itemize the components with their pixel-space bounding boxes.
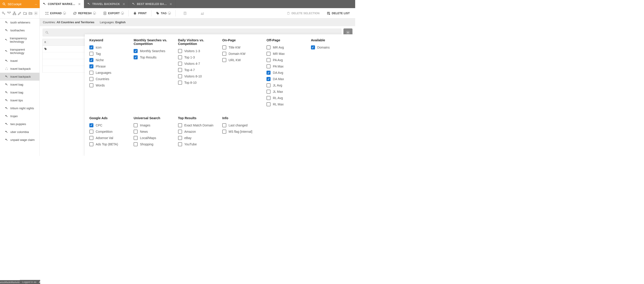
tab[interactable]: TRAVEL BACKPACK ✕ — [84, 0, 129, 8]
tag-button[interactable]: TAG ⌄ — [152, 8, 174, 19]
checkbox[interactable] — [222, 52, 226, 56]
checkbox-row[interactable]: DA Avg — [266, 70, 306, 76]
checkbox-row[interactable]: Niche — [89, 57, 129, 63]
export-button[interactable]: EXPORT ⌄ — [100, 8, 128, 19]
import-keyword-icon[interactable] — [7, 11, 11, 15]
checkbox[interactable] — [178, 136, 182, 140]
checkbox[interactable] — [89, 130, 94, 134]
checkbox-row[interactable]: eBay — [178, 135, 218, 141]
checkbox-row[interactable]: DA Max — [266, 76, 306, 82]
checkbox-row[interactable]: Shopping — [134, 141, 173, 147]
checkbox[interactable] — [134, 136, 138, 140]
brand-header[interactable]: SECockpit ︿ — [0, 0, 40, 8]
checkbox-row[interactable]: Visitors 4-7 — [178, 61, 218, 67]
folder-open-icon[interactable] — [28, 11, 32, 15]
checkbox-row[interactable]: RL Avg — [266, 95, 306, 101]
checkbox-row[interactable]: MR Max — [266, 51, 306, 57]
checkbox-row[interactable]: RL Max — [266, 101, 306, 107]
sidebar-item[interactable]: travel bag — [0, 89, 40, 96]
checkbox[interactable] — [89, 77, 94, 81]
checkbox-row[interactable]: Visitors 1-3 — [178, 48, 218, 54]
checkbox-row[interactable]: Languages — [89, 70, 129, 76]
checkbox[interactable] — [89, 136, 94, 140]
checkbox[interactable] — [266, 71, 270, 75]
sidebar-item[interactable]: travel — [0, 57, 40, 65]
checkbox-row[interactable]: Amazon — [178, 128, 218, 135]
checkbox[interactable] — [266, 52, 270, 56]
checkbox[interactable] — [89, 83, 94, 87]
checkbox[interactable] — [178, 68, 182, 72]
close-icon[interactable]: ✕ — [170, 2, 172, 6]
checkbox[interactable] — [178, 49, 182, 53]
sidebar-item[interactable]: transparency technology — [0, 34, 40, 46]
checkbox[interactable] — [178, 130, 182, 134]
checkbox[interactable] — [134, 55, 138, 59]
checkbox[interactable] — [266, 77, 270, 81]
checkbox-row[interactable]: icon — [89, 44, 129, 51]
checkbox-row[interactable]: Domain KW — [222, 51, 262, 57]
sidebar-item[interactable]: trojan — [0, 112, 40, 120]
checkbox-row[interactable]: Adsense Val — [89, 135, 129, 141]
sidebar-item[interactable]: unpaid wage claim — [0, 136, 40, 144]
checkbox-row[interactable]: Top Results — [134, 54, 173, 61]
expand-button[interactable]: EXPAND ⌄ — [42, 8, 70, 19]
sidebar-item[interactable]: toothaches — [0, 27, 40, 34]
table-header-cell[interactable]: K — [43, 41, 48, 44]
checkbox[interactable] — [178, 81, 182, 85]
checkbox-row[interactable]: Title KW — [222, 44, 262, 51]
close-icon[interactable]: ✕ — [78, 2, 81, 6]
checkbox-row[interactable]: URL KW — [222, 57, 262, 63]
sidebar-item[interactable]: tritium night sights — [0, 104, 40, 112]
tab[interactable]: BEST WHEELED BA… ✕ — [129, 0, 176, 8]
checkbox-row[interactable]: Local/Maps — [134, 135, 173, 141]
checkbox[interactable] — [134, 130, 138, 134]
checkbox-row[interactable]: Visitors 8-10 — [178, 73, 218, 80]
checkbox-row[interactable]: Top 1-3 — [178, 54, 218, 61]
checkbox[interactable] — [178, 55, 182, 59]
checkbox-row[interactable]: Monthly Searches — [134, 48, 173, 54]
checkbox-row[interactable]: YouTube — [178, 141, 218, 147]
add-keyword-icon[interactable] — [2, 11, 6, 15]
sidebar-item[interactable]: travel bag — [0, 81, 40, 89]
calculator-button[interactable] — [176, 8, 194, 19]
checkbox[interactable] — [266, 58, 270, 62]
checkbox[interactable] — [134, 49, 138, 53]
delete-selection-button[interactable]: DELETE SELECTION — [283, 8, 323, 19]
checkbox-row[interactable]: Words — [89, 82, 129, 89]
checkbox[interactable] — [178, 123, 182, 127]
checkbox-row[interactable]: Ads Top (BETA) — [89, 141, 129, 147]
checkbox[interactable] — [89, 123, 94, 127]
checkbox[interactable] — [89, 64, 94, 68]
sitemap-icon[interactable] — [12, 11, 16, 15]
checkbox[interactable] — [89, 71, 94, 75]
sidebar-item[interactable]: travel tips — [0, 96, 40, 104]
checkbox[interactable] — [222, 130, 226, 134]
delete-list-button[interactable]: DELETE LIST — [323, 8, 353, 19]
checkbox[interactable] — [222, 45, 226, 50]
checkbox[interactable] — [266, 83, 270, 87]
checkbox-row[interactable]: JL Avg — [266, 82, 306, 89]
checkbox[interactable] — [89, 142, 94, 146]
sidebar-item[interactable]: transparent technology — [0, 46, 40, 57]
sidebar-item[interactable]: uber colombia — [0, 128, 40, 136]
chart-button[interactable] — [194, 8, 211, 19]
checkbox-row[interactable]: Countries — [89, 76, 129, 82]
print-button[interactable]: PRINT — [130, 8, 150, 19]
checkbox-row[interactable]: Domains — [311, 44, 351, 51]
checkbox[interactable] — [89, 45, 94, 50]
checkbox[interactable] — [266, 102, 270, 106]
checkbox-row[interactable]: MR Avg — [266, 44, 306, 51]
checkbox-row[interactable]: MS flag [internal] — [222, 128, 262, 135]
tab[interactable]: CONTENT MARKE… ✕ — [40, 0, 84, 8]
sidebar-item[interactable]: travel backpack — [0, 73, 40, 81]
checkbox[interactable] — [178, 74, 182, 78]
checkbox-row[interactable]: Phrase — [89, 63, 129, 70]
pen-icon[interactable] — [18, 11, 22, 15]
checkbox[interactable] — [311, 45, 315, 50]
checkbox[interactable] — [266, 45, 270, 50]
checkbox[interactable] — [266, 96, 270, 100]
checkbox[interactable] — [266, 64, 270, 68]
checkbox[interactable] — [89, 58, 94, 62]
checkbox[interactable] — [134, 123, 138, 127]
checkbox-row[interactable]: Tag — [89, 51, 129, 57]
